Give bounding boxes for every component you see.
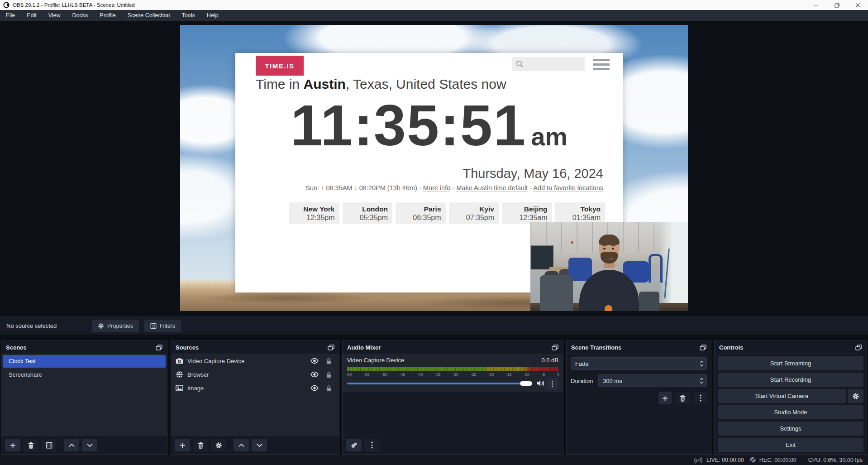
duration-spinner[interactable]: 300 ms <box>598 374 707 387</box>
heading-prefix: Time in <box>256 77 304 91</box>
plus-icon <box>179 442 186 449</box>
source-move-down-button[interactable] <box>252 439 267 451</box>
window-controls <box>806 0 868 10</box>
scenes-toolbar <box>1 436 167 454</box>
trash-icon <box>679 395 686 402</box>
lock-icon[interactable] <box>326 385 332 392</box>
preview-canvas[interactable]: TIME.IS Time in Austin, Texas, United St… <box>180 25 688 311</box>
close-button[interactable] <box>847 0 868 10</box>
visibility-eye-icon[interactable] <box>310 371 319 378</box>
record-off-icon <box>749 456 756 463</box>
remove-source-button[interactable] <box>193 439 208 451</box>
spinner-caret <box>696 378 706 384</box>
source-properties-button[interactable] <box>211 439 226 451</box>
mixer-level-db: 0.0 dB <box>541 357 558 364</box>
timeis-logo: TIME.IS <box>256 56 304 76</box>
start-virtual-camera-button[interactable]: Start Virtual Camera <box>718 389 846 403</box>
remove-transition-button[interactable] <box>676 392 689 404</box>
chevron-down-icon <box>256 442 263 449</box>
title-bar: OBS 29.1.2 - Profile: LLHLS BETA - Scene… <box>0 0 868 10</box>
scale-tick: -45 <box>400 372 405 377</box>
popout-icon <box>156 345 162 350</box>
sun-times: Sun: ↑ 06:35AM ↓ 08:20PM (13h 46m) <box>305 184 417 192</box>
person-mouth <box>609 258 613 259</box>
chevron-up-icon <box>68 442 75 449</box>
volume-slider-handle[interactable] <box>520 381 532 386</box>
menu-file[interactable]: File <box>0 10 21 21</box>
plus-icon <box>662 395 668 402</box>
scene-item-clock-test[interactable]: Clock Test <box>3 355 166 368</box>
scene-transitions-panel: Scene Transitions Fade Duration 300 ms <box>566 340 711 455</box>
menu-edit[interactable]: Edit <box>21 10 43 21</box>
properties-label: Properties <box>107 323 133 329</box>
properties-button[interactable]: Properties <box>92 320 139 332</box>
trash-icon <box>28 442 34 449</box>
source-row-image[interactable]: Image <box>171 381 339 395</box>
studio-mode-button[interactable]: Studio Mode <box>718 405 863 419</box>
mixer-options-button[interactable] <box>546 378 558 390</box>
speaker-icon[interactable] <box>536 379 545 387</box>
sources-panel-header: Sources <box>171 341 339 354</box>
start-streaming-button[interactable]: Start Streaming <box>718 356 863 370</box>
transition-options-button[interactable] <box>694 392 707 404</box>
advanced-audio-button[interactable] <box>346 439 362 451</box>
restore-button[interactable] <box>826 0 847 10</box>
timeis-search-input <box>512 57 585 71</box>
minimize-button[interactable] <box>806 0 826 10</box>
mixer-channel-video-capture: Video Capture Device 0.0 dB -60 -55 -50 … <box>343 354 563 392</box>
chevron-down-icon <box>700 364 704 367</box>
filter-icon <box>46 442 52 449</box>
mixer-menu-button[interactable] <box>364 439 380 451</box>
add-transition-button[interactable] <box>658 392 672 404</box>
remove-scene-button[interactable] <box>23 439 38 451</box>
city-box-newyork: New York12:35pm <box>289 202 339 224</box>
video-capture-source-webcam[interactable] <box>530 222 688 311</box>
timeis-clock: 11:35:51am <box>235 96 623 154</box>
volume-slider[interactable] <box>347 383 528 384</box>
scene-item-screenshare[interactable]: Screenshare <box>3 369 166 381</box>
city-name: Paris <box>396 205 441 213</box>
clock-ampm: am <box>531 122 568 151</box>
source-move-up-button[interactable] <box>234 439 249 451</box>
menu-view[interactable]: View <box>43 10 67 21</box>
person-eye <box>603 248 606 249</box>
menu-help[interactable]: Help <box>201 10 224 21</box>
scene-move-up-button[interactable] <box>64 439 79 451</box>
close-icon <box>855 3 860 8</box>
menu-scene-collection[interactable]: Scene Collection <box>122 10 176 21</box>
transition-select[interactable]: Fade <box>571 357 707 370</box>
scenes-panel: Scenes Clock Test Screenshare <box>1 340 167 455</box>
visibility-eye-icon[interactable] <box>310 385 319 391</box>
controls-panel: Controls Start Streaming Start Recording… <box>714 340 867 455</box>
lock-icon[interactable] <box>326 371 332 378</box>
city-box-london: London05:35pm <box>343 202 393 224</box>
gear-icon <box>215 442 222 449</box>
add-scene-button[interactable] <box>5 439 20 451</box>
virtual-camera-settings-button[interactable] <box>848 389 863 403</box>
chevron-down-icon <box>86 442 93 449</box>
scene-move-down-button[interactable] <box>82 439 97 451</box>
scale-tick: 0 <box>557 372 559 377</box>
menu-profile[interactable]: Profile <box>94 10 121 21</box>
transitions-buttons <box>658 392 707 404</box>
source-row-video-capture[interactable]: Video Capture Device <box>171 354 339 368</box>
visibility-eye-icon[interactable] <box>310 358 319 364</box>
menu-tools[interactable]: Tools <box>176 10 201 21</box>
add-source-button[interactable] <box>175 439 190 451</box>
chevron-up-icon <box>700 378 704 380</box>
source-row-browser[interactable]: Browser <box>171 368 339 381</box>
exit-button[interactable]: Exit <box>718 438 863 452</box>
city-box-beijing: Beijing12:35am <box>502 202 552 224</box>
city-name: Kyiv <box>449 205 495 213</box>
scene-filters-button[interactable] <box>41 439 57 451</box>
scale-tick: -30 <box>453 372 458 377</box>
settings-button[interactable]: Settings <box>718 422 863 436</box>
filters-button[interactable]: Filters <box>144 320 181 332</box>
start-recording-button[interactable]: Start Recording <box>718 373 863 387</box>
clock-time: 11:35:51 <box>291 93 526 158</box>
timeis-sun-info: Sun: ↑ 06:35AM ↓ 08:20PM (13h 46m) - Mor… <box>305 184 603 192</box>
menu-docks[interactable]: Docks <box>67 10 94 21</box>
scale-tick: -25 <box>471 372 476 377</box>
obs-logo-icon <box>3 2 10 8</box>
lock-icon[interactable] <box>326 358 332 364</box>
